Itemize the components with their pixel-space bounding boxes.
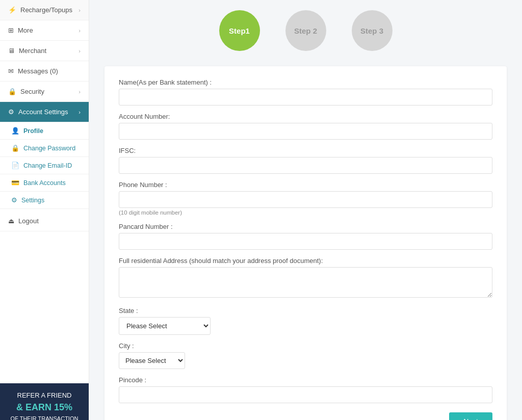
city-field-group: City : Please Select xyxy=(119,342,492,369)
sidebar-label-more: More xyxy=(18,27,33,34)
step-1-circle: Step1 xyxy=(219,10,260,51)
refer-line1: REFER A FRIEND xyxy=(6,390,83,401)
refer-line2: & EARN 15% xyxy=(6,401,83,414)
sidebar-label-recharge: Recharge/Topups xyxy=(20,6,72,14)
sidebar-sub-label-settings: Settings xyxy=(21,197,44,204)
sidebar-label-merchant: Merchant xyxy=(19,47,46,55)
chevron-right-icon: › xyxy=(79,89,81,95)
sidebar-item-recharge-topups[interactable]: ⚡ Recharge/Topups › xyxy=(0,0,89,20)
sidebar-label-messages: Messages (0) xyxy=(18,67,58,75)
sidebar: ⚡ Recharge/Topups › ⊞ More › 🖥 Merchant … xyxy=(0,0,89,420)
step-1-label: Step1 xyxy=(229,27,250,35)
sidebar-sub-item-change-password[interactable]: 🔒 Change Password xyxy=(0,140,89,157)
logout-icon: ⏏ xyxy=(8,217,14,225)
messages-icon: ✉ xyxy=(8,67,14,75)
chevron-right-icon: › xyxy=(79,109,81,115)
steps-row: Step1 Step 2 Step 3 xyxy=(105,10,507,51)
pincode-label: Pincode : xyxy=(119,376,492,384)
account-settings-icon: ⚙ xyxy=(8,108,14,116)
phone-input[interactable] xyxy=(119,191,492,208)
sidebar-item-security[interactable]: 🔒 Security › xyxy=(0,82,89,102)
sidebar-sub-label-bank-accounts: Bank Accounts xyxy=(23,179,66,187)
phone-hint: (10 digit mobile number) xyxy=(119,209,492,216)
name-input[interactable] xyxy=(119,89,492,106)
sidebar-item-more[interactable]: ⊞ More › xyxy=(0,20,89,41)
sidebar-item-merchant[interactable]: 🖥 Merchant › xyxy=(0,41,89,61)
merchant-icon: 🖥 xyxy=(8,47,15,55)
sidebar-sub-item-profile[interactable]: 👤 Profile xyxy=(0,122,89,140)
pancard-label: Pancard Number : xyxy=(119,223,492,230)
phone-label: Phone Number : xyxy=(119,181,492,189)
sidebar-sub-item-change-email[interactable]: 📄 Change Email-ID xyxy=(0,157,89,174)
state-field-group: State : Please Select xyxy=(119,307,492,335)
profile-icon: 👤 xyxy=(11,127,19,135)
phone-field-group: Phone Number : (10 digit mobile number) xyxy=(119,181,492,216)
main-content: Step1 Step 2 Step 3 Name(As per Bank sta… xyxy=(89,0,522,420)
step-3-label: Step 3 xyxy=(360,27,383,35)
ifsc-input[interactable] xyxy=(119,157,492,174)
sidebar-label-security: Security xyxy=(20,88,44,95)
account-number-field-group: Account Number: xyxy=(119,113,492,140)
refer-banner[interactable]: REFER A FRIEND & EARN 15% OF THEIR TRANS… xyxy=(0,383,89,420)
refer-line3: OF THEIR TRANSACTION FEES xyxy=(6,414,83,421)
ifsc-field-group: IFSC: xyxy=(119,147,492,174)
ifsc-label: IFSC: xyxy=(119,147,492,154)
name-label: Name(As per Bank statement) : xyxy=(119,78,492,86)
pancard-field-group: Pancard Number : xyxy=(119,223,492,250)
settings-icon: ⚙ xyxy=(11,196,17,204)
sidebar-sub-label-change-password: Change Password xyxy=(23,145,75,152)
chevron-right-icon: › xyxy=(79,48,81,54)
address-field-group: Full residential Address (should match y… xyxy=(119,257,492,300)
next-button[interactable]: Next xyxy=(449,412,492,420)
address-input[interactable] xyxy=(119,267,492,298)
sidebar-sub-label-profile: Profile xyxy=(23,127,43,135)
sidebar-sub-item-settings[interactable]: ⚙ Settings xyxy=(0,192,89,209)
address-label: Full residential Address (should match y… xyxy=(119,257,492,265)
pincode-input[interactable] xyxy=(119,386,492,403)
sidebar-sub-label-change-email: Change Email-ID xyxy=(23,162,72,169)
city-label: City : xyxy=(119,342,492,350)
bank-form-card: Name(As per Bank statement) : Account Nu… xyxy=(105,66,507,420)
step-2-label: Step 2 xyxy=(294,27,317,35)
pincode-field-group: Pincode : xyxy=(119,376,492,403)
chevron-right-icon: › xyxy=(79,7,81,13)
sidebar-sub-item-bank-accounts[interactable]: 💳 Bank Accounts xyxy=(0,174,89,192)
sidebar-item-account-settings[interactable]: ⚙ Account Settings › xyxy=(0,102,89,122)
pancard-input[interactable] xyxy=(119,233,492,250)
step-3-circle: Step 3 xyxy=(352,10,393,51)
sidebar-item-logout[interactable]: ⏏ Logout xyxy=(0,211,89,231)
state-label: State : xyxy=(119,307,492,314)
more-icon: ⊞ xyxy=(8,27,14,34)
account-number-label: Account Number: xyxy=(119,113,492,120)
lock-icon: 🔒 xyxy=(11,144,19,152)
sidebar-item-messages[interactable]: ✉ Messages (0) xyxy=(0,61,89,82)
chevron-right-icon: › xyxy=(79,28,81,34)
sidebar-label-account-settings: Account Settings xyxy=(18,108,68,116)
step-2-circle: Step 2 xyxy=(285,10,326,51)
account-number-input[interactable] xyxy=(119,123,492,140)
recharge-icon: ⚡ xyxy=(8,6,16,14)
sidebar-label-logout: Logout xyxy=(18,217,39,225)
sidebar-sub-menu: 👤 Profile 🔒 Change Password 📄 Change Ema… xyxy=(0,122,89,209)
security-icon: 🔒 xyxy=(8,88,16,95)
email-icon: 📄 xyxy=(11,162,19,169)
state-select[interactable]: Please Select xyxy=(119,317,211,335)
bank-icon: 💳 xyxy=(11,179,19,187)
name-field-group: Name(As per Bank statement) : xyxy=(119,78,492,106)
next-row: Next xyxy=(119,412,492,420)
city-select[interactable]: Please Select xyxy=(119,352,185,369)
